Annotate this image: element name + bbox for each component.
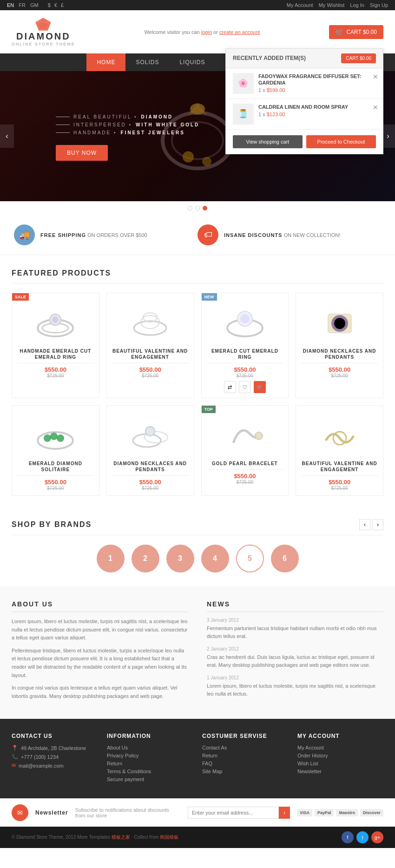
compare-button[interactable]: ⇄ xyxy=(224,381,236,393)
hero-dot-2[interactable] xyxy=(195,206,200,210)
discover-icon: Discover xyxy=(360,809,383,816)
language-switcher[interactable]: EN FR GM xyxy=(7,2,39,8)
newsletter-submit-button[interactable]: › xyxy=(279,807,290,819)
cart-item-remove-icon[interactable]: ✕ xyxy=(373,104,378,111)
product-name: DIAMOND NECKLACES AND PENDANTS xyxy=(301,348,378,360)
view-cart-button[interactable]: View shopping cart xyxy=(233,135,303,148)
logo-text: DIAMOND xyxy=(16,31,71,42)
lang-fr[interactable]: FR xyxy=(19,2,26,8)
logo[interactable]: DIAMOND ONLINE STORE THEME xyxy=(12,17,75,46)
svg-point-6 xyxy=(190,104,205,115)
newsletter-email-input[interactable] xyxy=(188,807,279,819)
hero-prev-button[interactable]: ‹ xyxy=(0,125,14,148)
cart-button[interactable]: 🛒 CART $0.00 xyxy=(329,25,383,39)
footer-customer-title: COSTUMER SERVISE xyxy=(202,733,288,739)
footer-link[interactable]: Order History xyxy=(297,753,383,758)
product-badge-new: NEW xyxy=(202,293,217,301)
copyright: © Diamond Store Theme, 2013 More Templat… xyxy=(12,834,178,841)
brands-prev-button[interactable]: ‹ xyxy=(359,519,370,530)
my-account-link[interactable]: My Account xyxy=(287,2,313,8)
cart-item-remove-icon[interactable]: ✕ xyxy=(373,73,378,80)
lang-gm[interactable]: GM xyxy=(30,2,39,8)
svg-point-28 xyxy=(145,427,155,436)
product-old-price: $725.00 xyxy=(206,480,284,485)
product-image xyxy=(17,410,94,457)
svg-point-12 xyxy=(52,316,59,323)
cart-header-btn[interactable]: CART $0.00 xyxy=(341,53,376,63)
copyright-link-1[interactable]: 模板之家 xyxy=(112,835,130,840)
nav-home[interactable]: HOME xyxy=(86,53,125,71)
signup-link[interactable]: Sign Up xyxy=(370,2,388,8)
product-card: DIAMOND NECKLACES AND PENDANTS $550.00 $… xyxy=(296,293,383,398)
currency-switcher[interactable]: $ € £ xyxy=(48,2,64,8)
cart-item: 🫙 CALDREA LINEN AND ROOM SPRAY 1 x $123.… xyxy=(226,99,383,130)
footer-link[interactable]: Return xyxy=(202,753,288,758)
brand-1[interactable]: 1 xyxy=(97,545,125,572)
newsletter-icon: ✉ xyxy=(12,804,28,821)
product-price: $550.00 xyxy=(112,479,189,486)
footer-info-links: About Us Privacy Policy Return Terms & C… xyxy=(107,745,193,782)
googleplus-icon[interactable]: g+ xyxy=(371,831,383,843)
footer-link[interactable]: Terms & Conditions xyxy=(107,769,193,774)
cart-item-qty: 1 x $599.00 xyxy=(258,87,376,93)
footer-link[interactable]: Newsletter xyxy=(297,769,383,774)
login-link[interactable]: Log In xyxy=(350,2,364,8)
product-old-price: $725.00 xyxy=(112,486,189,491)
currency-usd[interactable]: $ xyxy=(48,2,51,8)
footer-link[interactable]: Privacy Policy xyxy=(107,753,193,758)
product-card: SALE HANDMADE EMERALD CUT EMERALD RING $… xyxy=(12,293,99,398)
product-image xyxy=(301,298,378,344)
nav-liquids[interactable]: LIQUIDS xyxy=(169,53,215,71)
hero-buy-button[interactable]: BUY NOW xyxy=(56,145,108,161)
footer-link[interactable]: FAQ xyxy=(202,761,288,766)
footer-link[interactable]: Return xyxy=(107,761,193,766)
product-name: BEAUTIFUL VALENTINE AND ENGAGEMENT xyxy=(112,348,189,360)
twitter-icon[interactable]: t xyxy=(356,831,369,843)
header-login-link[interactable]: login xyxy=(201,29,212,35)
brand-3[interactable]: 3 xyxy=(166,545,194,572)
product-name: EMERALD CUT EMERALD RING xyxy=(206,348,284,360)
feature-discounts: 🏷 INSANE DISCOUNTS ON NEW COLLECTION! xyxy=(198,224,381,245)
checkout-button[interactable]: Proceed to Checkout xyxy=(306,135,376,148)
wishlist-link[interactable]: My Wishlist xyxy=(319,2,345,8)
brand-5[interactable]: 5 xyxy=(236,545,264,572)
svg-point-24 xyxy=(50,433,58,440)
news-column: NEWS 3 January 2012 Fermentum parturient… xyxy=(207,600,383,705)
brand-4[interactable]: 4 xyxy=(201,545,229,572)
brands-next-button[interactable]: › xyxy=(372,519,383,530)
brand-2[interactable]: 2 xyxy=(132,545,159,572)
top-bar: EN FR GM $ € £ My Account My Wishlist Lo… xyxy=(0,0,395,10)
product-image xyxy=(112,298,189,344)
nav-solids[interactable]: SOLIDS xyxy=(125,53,169,71)
wishlist-button[interactable]: ♡ xyxy=(239,381,251,393)
brands-navigation: ‹ › xyxy=(359,519,383,530)
hero-dot-1[interactable] xyxy=(188,206,192,210)
add-to-cart-button[interactable]: 🛒 xyxy=(254,381,266,393)
copyright-link-2[interactable]: 韩国模板 xyxy=(160,835,178,840)
footer-link[interactable]: Secure payment xyxy=(107,776,193,782)
footer-link[interactable]: About Us xyxy=(107,745,193,750)
hero-dot-3[interactable] xyxy=(203,206,207,210)
cart-area: 🛒 CART $0.00 RECENTLY ADDED ITEM(S) CART… xyxy=(329,25,383,39)
footer-link[interactable]: Contact As xyxy=(202,745,288,750)
product-image xyxy=(301,410,378,457)
lang-en[interactable]: EN xyxy=(7,2,14,8)
footer-link[interactable]: Wish List xyxy=(297,761,383,766)
currency-eur[interactable]: € xyxy=(54,2,57,8)
cart-item-info: CALDREA LINEN AND ROOM SPRAY 1 x $123.00 xyxy=(258,104,376,117)
facebook-icon[interactable]: f xyxy=(342,831,354,843)
footer-link[interactable]: Site Map xyxy=(202,769,288,774)
currency-gbp[interactable]: £ xyxy=(61,2,64,8)
product-image xyxy=(17,298,94,344)
footer-link[interactable]: My Account xyxy=(297,745,383,750)
product-name: DIAMOND NECKLACES AND PENDANTS xyxy=(112,460,189,473)
news-date: 2 January 2012 xyxy=(207,646,383,651)
svg-point-21 xyxy=(334,318,345,329)
news-date: 1 January 2012 xyxy=(207,675,383,680)
about-column: ABOUT US Lorem ipsum, libero et luctus m… xyxy=(12,600,188,705)
brands-header: SHOP BY BRANDS ‹ › xyxy=(12,519,383,535)
brand-6[interactable]: 6 xyxy=(271,545,299,572)
header-create-link[interactable]: create an account xyxy=(219,29,260,35)
maestro-icon: Maestro xyxy=(336,809,358,816)
product-old-price: $725.00 xyxy=(17,373,94,378)
